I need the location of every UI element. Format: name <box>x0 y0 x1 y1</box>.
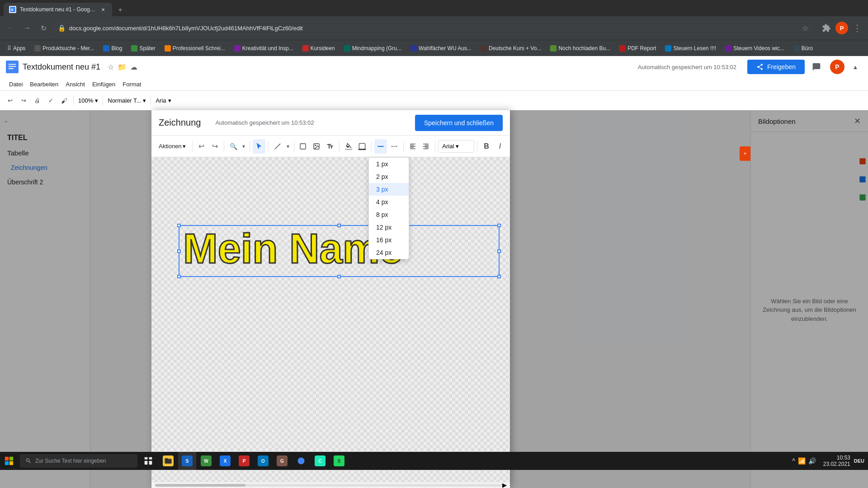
menu-einfugen[interactable]: Einfügen <box>89 79 119 89</box>
bookmark-buro[interactable]: Büro <box>790 43 816 53</box>
cloud-status-button[interactable]: ☁ <box>130 63 137 71</box>
border-color-button[interactable] <box>356 139 368 154</box>
handle-top-left[interactable] <box>177 224 181 227</box>
handle-bottom-right[interactable] <box>497 275 501 278</box>
stroke-option-12px[interactable]: 12 px <box>369 221 409 234</box>
taskbar-file-explorer[interactable] <box>159 452 177 470</box>
taskbar-app-2[interactable]: S <box>178 452 196 470</box>
bookmark-wahlfacher[interactable]: Wahlfächer WU Aus... <box>407 43 475 53</box>
border-dash-button[interactable] <box>388 139 401 154</box>
tray-icon-1[interactable]: ^ <box>792 457 795 465</box>
taskbar-search[interactable]: Zur Suche Text hier eingeben <box>20 454 137 468</box>
star-doc-button[interactable]: ☆ <box>108 63 114 71</box>
bookmark-professionell[interactable]: Professionell Schrei... <box>161 43 229 53</box>
stroke-option-16px[interactable]: 16 px <box>369 234 409 246</box>
border-weight-button[interactable] <box>374 139 387 154</box>
menu-format[interactable]: Format <box>119 79 145 89</box>
stroke-option-1px[interactable]: 1 px <box>369 158 409 170</box>
redo-button[interactable]: ↪ <box>208 139 221 154</box>
taskbar-app-10[interactable]: S <box>330 452 348 470</box>
select-tool-button[interactable] <box>253 139 265 154</box>
taskbar-app-6[interactable]: O <box>254 452 272 470</box>
active-tab[interactable]: G Textdokument neu #1 - Google ... ✕ <box>4 3 112 16</box>
stroke-option-4px[interactable]: 4 px <box>369 196 409 208</box>
menu-datei[interactable]: Datei <box>5 79 26 89</box>
side-action-btn-1[interactable]: + <box>740 146 750 161</box>
shapes-button[interactable] <box>297 139 310 154</box>
profile-button[interactable]: P <box>835 22 848 34</box>
bookmark-steuern-videos[interactable]: Steuern Videos wic... <box>722 43 788 53</box>
text-button[interactable] <box>324 139 336 154</box>
stroke-option-24px[interactable]: 24 px <box>369 246 409 259</box>
stroke-option-8px[interactable]: 8 px <box>369 208 409 221</box>
star-icon[interactable]: ☆ <box>802 24 808 33</box>
user-avatar[interactable]: P <box>830 60 844 74</box>
italic-button[interactable]: I <box>494 139 506 154</box>
undo-button[interactable]: ↩ <box>4 94 16 107</box>
zoom-in-button[interactable]: 🔍 <box>227 139 240 154</box>
address-bar[interactable]: 🔒 docs.google.com/document/d/1hUH8k6h7Lb… <box>52 20 814 36</box>
tab-close-button[interactable]: ✕ <box>99 6 107 13</box>
bookmark-apps[interactable]: ⠿ Apps <box>4 43 29 53</box>
style-select[interactable]: Normaler T... ▾ <box>106 94 148 107</box>
network-icon[interactable]: 📶 <box>798 457 806 465</box>
taskbar-app-7[interactable]: G <box>273 452 291 470</box>
add-to-drive-button[interactable]: 📁 <box>118 63 127 71</box>
format-paint-button[interactable]: 🖌 <box>58 94 71 107</box>
zoom-dropdown-btn[interactable]: ▾ <box>241 139 247 154</box>
bookmark-spater[interactable]: Später <box>127 43 159 53</box>
handle-top-center[interactable] <box>337 224 341 227</box>
volume-icon[interactable]: 🔊 <box>808 457 816 465</box>
text-selection-box[interactable]: Mein Name <box>179 225 500 277</box>
task-view-button[interactable] <box>139 452 157 470</box>
reload-button[interactable]: ↻ <box>36 21 51 35</box>
bookmark-produktsuche[interactable]: Produktsuche - Mer... <box>31 43 98 53</box>
comments-button[interactable] <box>812 62 821 71</box>
bookmark-noch-hochladen[interactable]: Noch hochladen Bu... <box>547 43 614 53</box>
taskbar-app-5[interactable]: P <box>235 452 253 470</box>
extensions-button[interactable] <box>819 21 834 35</box>
taskbar-app-3[interactable]: W <box>197 452 215 470</box>
stroke-option-2px[interactable]: 2 px <box>369 170 409 183</box>
bookmark-steuern-lesen[interactable]: Steuern Lesen !!!! <box>661 43 720 53</box>
stroke-option-3px[interactable]: 3 px <box>369 183 409 196</box>
forward-button[interactable]: → <box>20 21 34 35</box>
collapse-toolbar-button[interactable]: ▲ <box>848 60 863 74</box>
menu-ansicht[interactable]: Ansicht <box>62 79 89 89</box>
handle-bottom-center[interactable] <box>337 275 341 278</box>
align-left-button[interactable] <box>406 139 419 154</box>
bold-button[interactable]: B <box>480 139 493 154</box>
align-right-button[interactable] <box>420 139 433 154</box>
drawing-font-select[interactable]: Arial ▾ <box>438 140 474 153</box>
bookmark-kursideen[interactable]: Kursideen <box>299 43 339 53</box>
zoom-select[interactable]: 100% ▾ <box>76 94 100 107</box>
bookmark-pdf-report[interactable]: PDF Report <box>616 43 660 53</box>
taskbar-app-9[interactable]: C <box>311 452 329 470</box>
save-close-button[interactable]: Speichern und schließen <box>415 115 503 131</box>
taskbar-app-4[interactable]: X <box>216 452 234 470</box>
back-button[interactable]: ← <box>4 21 18 35</box>
bookmark-kreativitat[interactable]: Kreativität und Insp... <box>231 43 297 53</box>
font-select[interactable]: Aria ▾ <box>154 94 173 107</box>
redo-button[interactable]: ↪ <box>17 94 30 107</box>
print-button[interactable]: 🖨 <box>31 94 43 107</box>
fill-color-button[interactable] <box>342 139 355 154</box>
spellcheck-button[interactable]: ✓ <box>44 94 57 107</box>
taskbar-app-8[interactable] <box>292 452 310 470</box>
scrollbar-thumb[interactable] <box>155 484 245 487</box>
line-dropdown-btn[interactable]: ▾ <box>285 139 291 154</box>
new-tab-button[interactable]: + <box>114 4 127 16</box>
undo-button[interactable]: ↩ <box>195 139 208 154</box>
scroll-down-button[interactable]: ▶ <box>501 482 508 488</box>
handle-middle-right[interactable] <box>497 249 501 253</box>
share-button[interactable]: Freigeben <box>747 60 805 74</box>
bookmark-deutsche-kurs[interactable]: Deutsche Kurs + Vo... <box>477 43 545 53</box>
image-button[interactable] <box>310 139 323 154</box>
menu-bearbeiten[interactable]: Bearbeiten <box>26 79 62 89</box>
canvas-scrollbar[interactable]: ▶ <box>151 482 510 488</box>
handle-bottom-left[interactable] <box>177 275 181 278</box>
handle-middle-left[interactable] <box>177 249 181 253</box>
handle-top-right[interactable] <box>497 224 501 227</box>
start-button[interactable] <box>0 452 18 470</box>
line-tool-button[interactable] <box>271 139 284 154</box>
